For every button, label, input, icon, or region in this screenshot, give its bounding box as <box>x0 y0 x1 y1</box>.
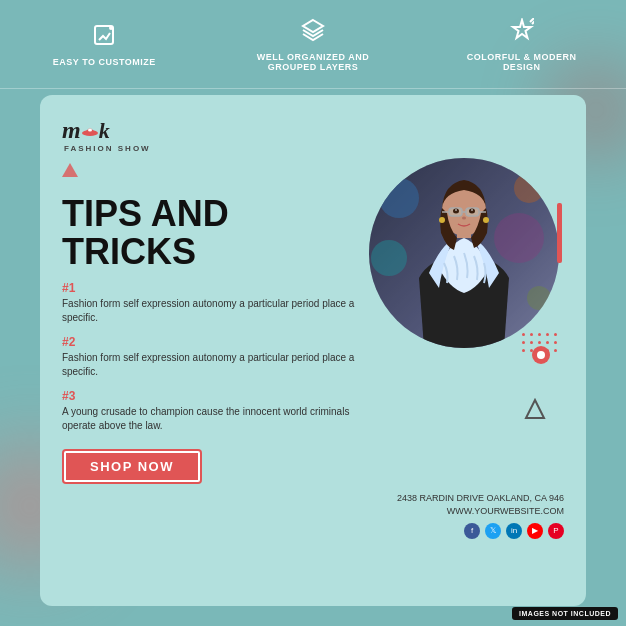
facebook-icon[interactable]: f <box>464 523 480 539</box>
feature-customize: EASY TO CUSTOMIZE <box>34 23 174 67</box>
shop-now-button[interactable]: SHOP NOW <box>62 449 202 484</box>
footer: 2438 RARDIN DRIVE OAKLAND, CA 946 WWW.YO… <box>62 492 564 539</box>
dot-10 <box>554 341 557 344</box>
address-line2: WWW.YOURWEBSITE.COM <box>313 505 564 519</box>
main-content: TIPS AND TRICKS #1 Fashion form self exp… <box>62 163 564 484</box>
dot-7 <box>530 341 533 344</box>
dot-5 <box>554 333 557 336</box>
triangle-icon <box>62 163 78 177</box>
tip-3: #3 A young crusade to champion cause the… <box>62 389 359 433</box>
model-figure <box>369 158 559 348</box>
linkedin-icon[interactable]: in <box>506 523 522 539</box>
outer-wrapper: EASY TO CUSTOMIZE WELL ORGANIZED AND GRO… <box>0 0 626 626</box>
logo: m k FASHION SHOW <box>62 117 151 153</box>
logo-m: m <box>62 117 81 144</box>
svg-point-6 <box>88 129 92 132</box>
dot-4 <box>546 333 549 336</box>
logo-area: m k FASHION SHOW <box>62 117 564 153</box>
triangle-outline-deco <box>524 398 546 424</box>
left-column: TIPS AND TRICKS #1 Fashion form self exp… <box>62 163 359 484</box>
tip-3-text: A young crusade to champion cause the in… <box>62 405 359 433</box>
svg-point-22 <box>471 209 473 211</box>
twitter-icon[interactable]: 𝕏 <box>485 523 501 539</box>
tip-1-text: Fashion form self expression autonomy a … <box>62 297 359 325</box>
pinterest-icon[interactable]: P <box>548 523 564 539</box>
svg-marker-26 <box>526 400 544 418</box>
social-icons: f 𝕏 in ▶ P <box>313 523 564 539</box>
logo-subtitle: FASHION SHOW <box>64 144 151 153</box>
dot-3 <box>538 333 541 336</box>
heading-line1: TIPS AND <box>62 195 359 233</box>
model-image-circle <box>369 158 559 348</box>
triangle-decoration <box>62 163 359 189</box>
tip-1-number: #1 <box>62 281 359 295</box>
svg-point-25 <box>483 217 489 223</box>
feature-design: COLORFUL & MODERN DESIGN <box>452 18 592 72</box>
main-heading: TIPS AND TRICKS <box>62 195 359 271</box>
heading-line2: TRICKS <box>62 233 359 271</box>
tip-2-text: Fashion form self expression autonomy a … <box>62 351 359 379</box>
feature-layers: WELL ORGANIZED AND GROUPED LAYERS <box>243 18 383 72</box>
layers-label: WELL ORGANIZED AND GROUPED LAYERS <box>243 52 383 72</box>
tip-3-number: #3 <box>62 389 359 403</box>
design-label: COLORFUL & MODERN DESIGN <box>452 52 592 72</box>
tip-2: #2 Fashion form self expression autonomy… <box>62 335 359 379</box>
dot-6 <box>522 341 525 344</box>
images-not-included-badge: IMAGES NOT INCLUDED <box>512 607 618 620</box>
address-block: 2438 RARDIN DRIVE OAKLAND, CA 946 WWW.YO… <box>313 492 564 539</box>
deco-red-bar <box>557 203 562 263</box>
svg-marker-2 <box>303 20 323 32</box>
address-line1: 2438 RARDIN DRIVE OAKLAND, CA 946 <box>313 492 564 506</box>
dot-11 <box>522 349 525 352</box>
layers-icon <box>301 18 325 46</box>
dot-2 <box>530 333 533 336</box>
customize-label: EASY TO CUSTOMIZE <box>53 57 156 67</box>
main-card: m k FASHION SHOW <box>40 95 586 606</box>
tip-2-number: #2 <box>62 335 359 349</box>
design-icon <box>510 18 534 46</box>
tip-1: #1 Fashion form self expression autonomy… <box>62 281 359 325</box>
svg-point-1 <box>109 26 113 30</box>
dot-15 <box>554 349 557 352</box>
youtube-icon[interactable]: ▶ <box>527 523 543 539</box>
customize-icon <box>92 23 116 51</box>
right-column <box>369 163 564 484</box>
logo-hat-icon <box>81 122 99 140</box>
top-bar: EASY TO CUSTOMIZE WELL ORGANIZED AND GRO… <box>0 0 626 90</box>
deco-red-circle <box>532 346 550 364</box>
dot-1 <box>522 333 525 336</box>
svg-point-24 <box>439 217 445 223</box>
dot-8 <box>538 341 541 344</box>
logo-k: k <box>99 118 110 144</box>
svg-point-23 <box>462 217 466 220</box>
svg-point-21 <box>455 209 457 211</box>
dot-9 <box>546 341 549 344</box>
